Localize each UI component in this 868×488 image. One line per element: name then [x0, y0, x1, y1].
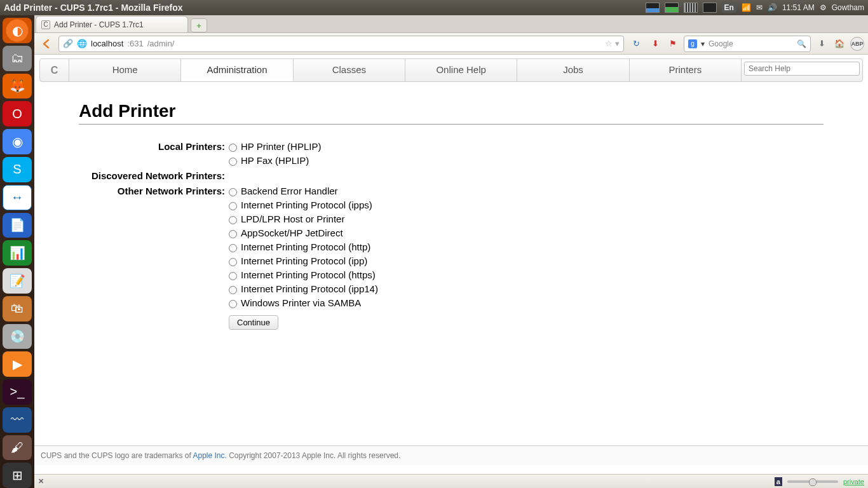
volume-icon[interactable]: 🔊	[768, 3, 777, 12]
bookmark-star-icon[interactable]: ☆ ▾	[605, 39, 620, 48]
disk-indicator-icon[interactable]	[703, 3, 717, 13]
url-host: localhost	[91, 39, 123, 48]
printer-option[interactable]: Internet Printing Protocol (ipp14)	[229, 282, 378, 296]
identity-icon[interactable]: 🔗	[63, 39, 73, 48]
search-icon[interactable]: 🔍	[797, 39, 806, 48]
printer-option[interactable]: Internet Printing Protocol (http)	[229, 240, 378, 254]
printer-radio[interactable]	[229, 188, 237, 196]
keyboard-layout[interactable]: En	[722, 3, 736, 13]
user-menu[interactable]: Gowtham	[832, 3, 864, 12]
printer-radio[interactable]	[229, 300, 237, 308]
gear-icon[interactable]: ⚙	[820, 3, 827, 12]
nav-administration[interactable]: Administration	[181, 59, 293, 81]
firefox-icon[interactable]: 🦊	[3, 74, 32, 99]
printer-radio[interactable]	[229, 216, 237, 224]
files-icon[interactable]: 🗂	[3, 46, 32, 71]
printer-option-label: LPD/LPR Host or Printer	[241, 214, 344, 224]
cups-navbar: C Home Administration Classes Online Hel…	[39, 58, 863, 82]
printer-radio[interactable]	[229, 272, 237, 280]
page-title: Add Printer	[79, 101, 824, 121]
search-engine-icon[interactable]: g	[688, 39, 697, 48]
printer-radio[interactable]	[229, 202, 237, 210]
download-arrow-icon[interactable]: ⬇	[815, 37, 829, 51]
mail-icon[interactable]: ✉	[756, 3, 763, 12]
nav-online-help[interactable]: Online Help	[405, 59, 517, 81]
printer-radio[interactable]	[229, 230, 237, 238]
wifi-icon[interactable]: 📶	[742, 3, 751, 12]
printer-radio[interactable]	[229, 158, 237, 166]
back-button[interactable]	[38, 36, 55, 52]
gedit-icon[interactable]: 📝	[3, 268, 32, 294]
nav-toolbar: 🔗 🌐 localhost:631/admin/ ☆ ▾ ↻ ⬇ ⚑ g ▾ G…	[34, 33, 868, 55]
printer-radio[interactable]	[229, 258, 237, 266]
downloads-icon[interactable]: ⬇	[648, 37, 662, 51]
new-tab-button[interactable]: +	[191, 18, 207, 32]
system-tray: En 📶 ✉ 🔊 11:51 AM ⚙ Gowtham	[646, 3, 864, 13]
page-viewport: C Home Administration Classes Online Hel…	[34, 55, 868, 488]
disk-icon[interactable]: 💿	[3, 324, 32, 349]
printer-radio[interactable]	[229, 286, 237, 294]
private-link[interactable]: private	[843, 478, 864, 485]
memory-indicator-icon[interactable]	[665, 3, 679, 13]
nav-classes[interactable]: Classes	[294, 59, 405, 81]
url-port: :631	[127, 39, 143, 48]
help-search-input[interactable]	[744, 62, 860, 76]
autopager-icon[interactable]: a	[775, 477, 782, 486]
home-icon[interactable]: 🏠	[832, 37, 846, 51]
calc-icon[interactable]: 📊	[3, 240, 32, 266]
dash-icon[interactable]: ◐	[3, 18, 32, 43]
zoom-slider[interactable]	[787, 480, 838, 483]
printer-option[interactable]: Backend Error Handler	[229, 184, 378, 198]
software-center-icon[interactable]: 🛍	[3, 296, 32, 322]
help-search-wrap	[742, 59, 862, 81]
printer-radio[interactable]	[229, 244, 237, 252]
printer-option-label: HP Fax (HPLIP)	[241, 155, 309, 166]
footer-apple-link[interactable]: Apple Inc.	[193, 451, 226, 460]
abp-icon[interactable]: ABP	[850, 37, 864, 51]
tab-favicon-icon: C	[41, 20, 50, 29]
app-icon[interactable]: 🖌	[3, 435, 32, 461]
page-footer: CUPS and the CUPS logo are trademarks of…	[34, 445, 868, 465]
printer-option[interactable]: Internet Printing Protocol (ipp)	[229, 254, 378, 268]
nav-printers[interactable]: Printers	[630, 59, 742, 81]
system-monitor-icon[interactable]: 〰	[3, 407, 32, 433]
printer-radio[interactable]	[229, 144, 237, 152]
cpu-indicator-icon[interactable]	[646, 3, 660, 13]
search-box[interactable]: g ▾ Google 🔍	[684, 36, 811, 52]
globe-icon: 🌐	[77, 39, 87, 48]
vlc-icon[interactable]: ▶	[3, 351, 32, 377]
printer-option-label: Internet Printing Protocol (http)	[241, 241, 370, 252]
label-other-printers: Other Network Printers:	[79, 184, 229, 198]
printer-option[interactable]: Internet Printing Protocol (https)	[229, 268, 378, 282]
url-bar[interactable]: 🔗 🌐 localhost:631/admin/ ☆ ▾	[58, 36, 624, 52]
addonbar-close-icon[interactable]: ✕	[38, 477, 44, 485]
printer-option[interactable]: AppSocket/HP JetDirect	[229, 226, 378, 240]
printer-option-label: Internet Printing Protocol (https)	[241, 269, 376, 280]
writer-icon[interactable]: 📄	[3, 213, 32, 238]
chrome-icon[interactable]: ◉	[3, 129, 32, 154]
browser-window: C Add Printer - CUPS 1.7rc1 + 🔗 🌐 localh…	[34, 15, 868, 488]
printer-option[interactable]: LPD/LPR Host or Printer	[229, 212, 378, 226]
addon-bar: ✕ a private	[34, 474, 868, 488]
clock[interactable]: 11:51 AM	[782, 3, 815, 12]
network-indicator-icon[interactable]	[684, 3, 698, 13]
nav-jobs[interactable]: Jobs	[517, 59, 629, 81]
teamviewer-icon[interactable]: ↔	[3, 185, 32, 210]
row-local-printers: Local Printers: HP Printer (HPLIP)HP Fax…	[79, 140, 824, 168]
page-content: Add Printer Local Printers: HP Printer (…	[34, 82, 868, 342]
block-icon[interactable]: ⚑	[666, 37, 680, 51]
printer-option[interactable]: Windows Printer via SAMBA	[229, 296, 378, 310]
printer-option[interactable]: Internet Printing Protocol (ipps)	[229, 198, 378, 212]
terminal-icon[interactable]: >_	[3, 379, 32, 405]
reload-button[interactable]: ↻	[628, 39, 644, 48]
workspace-icon[interactable]: ⊞	[3, 463, 32, 488]
nav-home[interactable]: Home	[69, 59, 181, 81]
browser-tab[interactable]: C Add Printer - CUPS 1.7rc1	[36, 16, 188, 32]
continue-button[interactable]: Continue	[229, 315, 278, 330]
cups-logo-icon[interactable]: C	[40, 59, 69, 81]
printer-option[interactable]: HP Fax (HPLIP)	[229, 154, 321, 168]
opera-icon[interactable]: O	[3, 101, 32, 126]
skype-icon[interactable]: S	[3, 157, 32, 182]
unity-launcher: ◐ 🗂 🦊 O ◉ S ↔ 📄 📊 📝 🛍 💿 ▶ >_ 〰 🖌 ⊞	[0, 15, 34, 488]
printer-option[interactable]: HP Printer (HPLIP)	[229, 140, 321, 154]
